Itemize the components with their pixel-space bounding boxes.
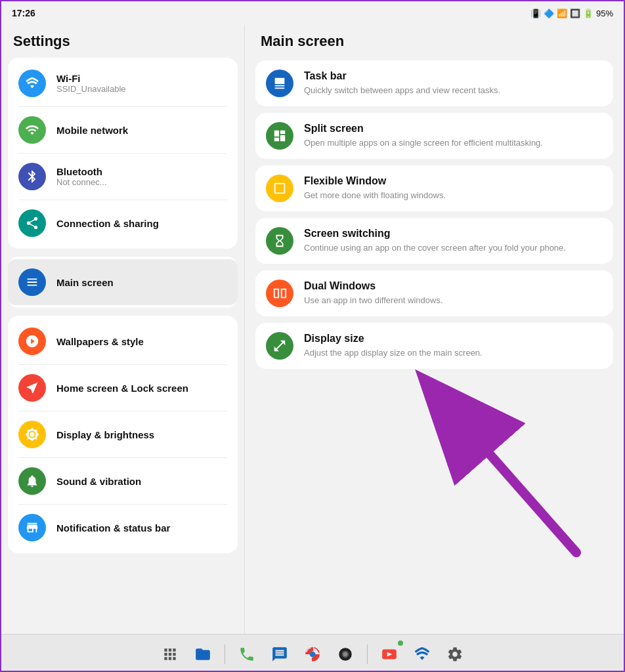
- dual-windows-text: Dual Windows Use an app in two different…: [304, 280, 443, 306]
- split-screen-title: Split screen: [304, 123, 543, 135]
- flexible-window-title: Flexible Window: [304, 175, 446, 187]
- sidebar-item-bluetooth[interactable]: Bluetooth Not connec...: [8, 154, 238, 200]
- dual-windows-title: Dual Windows: [304, 280, 443, 292]
- taskbar-youtube[interactable]: [373, 638, 406, 671]
- display-size-title: Display size: [304, 333, 483, 345]
- right-panel: Main screen Task bar Quickly switch betw…: [245, 25, 624, 634]
- sidebar-item-connection-sharing[interactable]: Connection & sharing: [8, 200, 238, 246]
- wallpapers-label: Wallpapers & style: [56, 336, 144, 347]
- bluetooth-text: Bluetooth Not connec...: [56, 166, 107, 187]
- feature-item-display-size[interactable]: Display size Adjust the app display size…: [255, 323, 613, 369]
- notification-status-text: Notification & status bar: [56, 522, 170, 534]
- taskbar: [1, 634, 624, 672]
- status-icons: 📳 🔷 📶 🔲 🔋 95%: [530, 9, 613, 18]
- flexible-window-text: Flexible Window Get more done with float…: [304, 175, 446, 201]
- taskbar-chrome[interactable]: [296, 638, 329, 671]
- status-bar: 17:26 📳 🔷 📶 🔲 🔋 95%: [1, 1, 624, 25]
- settings-title: Settings: [8, 33, 238, 58]
- svg-line-1: [427, 383, 576, 553]
- screen-switching-title: Screen switching: [304, 228, 566, 240]
- screen-switching-text: Screen switching Continue using an app o…: [304, 228, 566, 254]
- flexible-window-desc: Get more done with floating windows.: [304, 190, 446, 201]
- sidebar-item-home-lock[interactable]: Home screen & Lock screen: [8, 365, 238, 411]
- task-bar-text: Task bar Quickly switch between apps and…: [304, 70, 500, 96]
- sidebar-item-display-brightness[interactable]: Display & brightness: [8, 411, 238, 457]
- screen-switching-icon: [266, 227, 293, 255]
- taskbar-camera[interactable]: [329, 638, 362, 671]
- main-layout: Settings Wi-Fi SSID_Unavailable: [1, 25, 624, 634]
- bluetooth-icon: 🔷: [544, 9, 554, 18]
- home-lock-icon: [18, 374, 46, 402]
- mobile-network-text: Mobile network: [56, 125, 128, 136]
- taskbar-launcher[interactable]: [154, 638, 186, 671]
- sidebar-item-sound-vibration[interactable]: Sound & vibration: [8, 458, 238, 504]
- taskbar-phone[interactable]: [230, 638, 263, 671]
- dual-windows-icon: [266, 280, 293, 307]
- sidebar-item-notification-status[interactable]: Notification & status bar: [8, 505, 238, 551]
- taskbar-files[interactable]: [186, 638, 219, 671]
- sim-icon: 🔲: [570, 9, 580, 18]
- main-screen-text: Main screen: [56, 277, 114, 288]
- wallpapers-icon: [18, 327, 46, 355]
- svg-point-5: [343, 652, 348, 656]
- taskbar-settings-app[interactable]: [439, 638, 471, 671]
- feature-item-screen-switching[interactable]: Screen switching Continue using an app o…: [255, 218, 613, 264]
- split-screen-text: Split screen Open multiple apps on a sin…: [304, 123, 543, 149]
- screen-switching-desc: Continue using an app on the cover scree…: [304, 242, 566, 254]
- connectivity-group: Wi-Fi SSID_Unavailable Mobile network: [8, 58, 238, 249]
- status-time: 17:26: [12, 8, 35, 18]
- task-bar-desc: Quickly switch between apps and view rec…: [304, 85, 500, 96]
- sidebar-item-wifi[interactable]: Wi-Fi SSID_Unavailable: [8, 60, 238, 106]
- split-screen-icon: [266, 122, 293, 150]
- home-lock-text: Home screen & Lock screen: [56, 383, 188, 394]
- sidebar-item-mobile-network[interactable]: Mobile network: [8, 107, 238, 153]
- feature-item-flexible-window[interactable]: Flexible Window Get more done with float…: [255, 165, 613, 211]
- mobile-network-label: Mobile network: [56, 125, 128, 136]
- notification-status-icon: [18, 514, 46, 541]
- task-bar-title: Task bar: [304, 70, 500, 82]
- taskbar-divider-1: [225, 644, 225, 664]
- display-size-text: Display size Adjust the app display size…: [304, 333, 483, 359]
- main-screen-icon: [18, 268, 46, 296]
- wifi-icon: 📶: [557, 9, 567, 18]
- wifi-label: Wi-Fi: [56, 73, 126, 84]
- vibrate-icon: 📳: [530, 9, 541, 18]
- display-brightness-text: Display & brightness: [56, 429, 154, 440]
- connection-sharing-icon: [18, 209, 46, 237]
- flexible-window-icon: [266, 175, 293, 202]
- battery-icon: 🔋: [583, 9, 593, 18]
- home-lock-label: Home screen & Lock screen: [56, 383, 188, 394]
- battery-percent: 95%: [596, 9, 613, 18]
- bluetooth-label: Bluetooth: [56, 166, 107, 177]
- wallpapers-text: Wallpapers & style: [56, 336, 144, 347]
- feature-item-split-screen[interactable]: Split screen Open multiple apps on a sin…: [255, 113, 613, 159]
- sound-vibration-text: Sound & vibration: [56, 476, 141, 487]
- display-brightness-icon: [18, 421, 46, 448]
- wifi-sublabel: SSID_Unavailable: [56, 84, 126, 94]
- sidebar-item-wallpapers[interactable]: Wallpapers & style: [8, 318, 238, 364]
- main-screen-label: Main screen: [56, 277, 114, 288]
- taskbar-wifi-app[interactable]: [406, 638, 439, 671]
- sidebar-item-main-screen[interactable]: Main screen: [8, 259, 238, 305]
- display-brightness-label: Display & brightness: [56, 429, 154, 440]
- mobile-network-icon: [18, 116, 46, 144]
- notification-status-label: Notification & status bar: [56, 522, 170, 534]
- feature-item-task-bar[interactable]: Task bar Quickly switch between apps and…: [255, 60, 613, 106]
- taskbar-divider-2: [367, 644, 368, 664]
- display-size-icon: [266, 332, 293, 360]
- split-screen-desc: Open multiple apps on a single screen fo…: [304, 137, 543, 149]
- wifi-icon: [18, 70, 46, 97]
- task-bar-icon: [266, 70, 293, 97]
- wifi-text: Wi-Fi SSID_Unavailable: [56, 73, 126, 94]
- connection-sharing-text: Connection & sharing: [56, 218, 159, 229]
- right-panel-title: Main screen: [255, 33, 613, 60]
- left-panel: Settings Wi-Fi SSID_Unavailable: [1, 25, 244, 634]
- bluetooth-sublabel: Not connec...: [56, 177, 107, 187]
- display-group: Wallpapers & style Home screen & Lock sc…: [8, 316, 238, 553]
- feature-item-dual-windows[interactable]: Dual Windows Use an app in two different…: [255, 270, 613, 316]
- taskbar-messages[interactable]: [263, 638, 296, 671]
- sound-vibration-label: Sound & vibration: [56, 476, 141, 487]
- bluetooth-icon: [18, 163, 46, 190]
- main-screen-group: Main screen: [8, 257, 238, 308]
- sound-vibration-icon: [18, 467, 46, 495]
